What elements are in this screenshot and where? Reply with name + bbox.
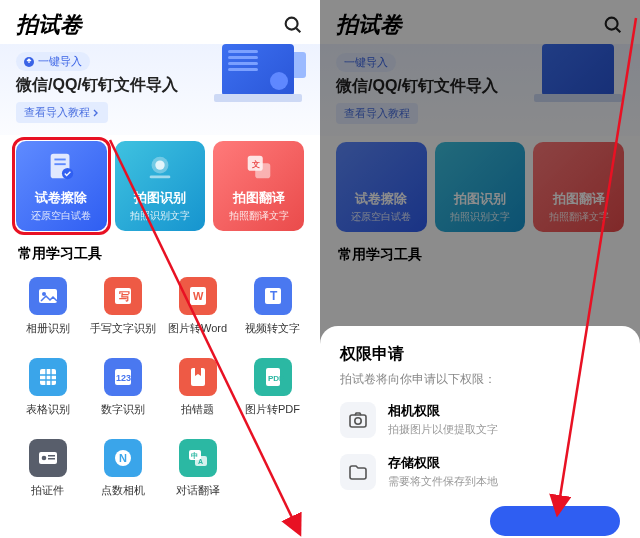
video-icon: T <box>262 285 284 307</box>
tool-count-camera[interactable]: N点数相机 <box>85 431 160 506</box>
svg-rect-39 <box>350 415 366 427</box>
svg-point-0 <box>286 18 298 30</box>
svg-text:PDF: PDF <box>268 374 284 383</box>
tools-grid: 相册识别 写手写文字识别 W图片转Word T视频转文字 表格识别 123数字识… <box>0 269 320 506</box>
table-icon <box>37 366 59 388</box>
perm-camera: 相机权限拍摄图片以便提取文字 <box>340 402 620 438</box>
card-ocr[interactable]: 拍图识别 拍照识别文字 <box>115 141 206 231</box>
svg-point-40 <box>355 418 361 424</box>
svg-text:W: W <box>193 290 204 302</box>
tool-to-word[interactable]: W图片转Word <box>160 269 235 344</box>
svg-point-8 <box>155 160 164 169</box>
count-icon: N <box>112 447 134 469</box>
svg-text:N: N <box>119 452 127 464</box>
svg-rect-5 <box>55 163 66 165</box>
word-icon: W <box>187 285 209 307</box>
confirm-button[interactable] <box>490 506 620 536</box>
svg-text:文: 文 <box>251 159 260 169</box>
svg-text:T: T <box>270 289 278 303</box>
tool-number[interactable]: 123数字识别 <box>85 350 160 425</box>
svg-rect-30 <box>48 458 55 460</box>
tool-handwriting[interactable]: 写手写文字识别 <box>85 269 160 344</box>
card-title: 试卷擦除 <box>35 189 87 207</box>
laptop-illustration <box>211 44 306 114</box>
search-icon[interactable] <box>282 14 304 36</box>
import-banner[interactable]: 一键导入 微信/QQ/钉钉文件导入 查看导入教程 <box>0 44 320 135</box>
translate-icon: 文 <box>242 151 276 183</box>
tool-dialogue-translate[interactable]: 中A对话翻译 <box>160 431 235 506</box>
svg-line-38 <box>616 28 620 32</box>
tool-to-pdf[interactable]: PDF图片转PDF <box>235 350 310 425</box>
bookmark-icon <box>187 366 209 388</box>
svg-rect-21 <box>40 369 56 385</box>
card-sub: 还原空白试卷 <box>31 209 91 223</box>
svg-line-1 <box>296 28 300 32</box>
card-title: 拍图识别 <box>134 189 186 207</box>
svg-point-28 <box>41 456 46 461</box>
header: 拍试卷 <box>0 0 320 44</box>
card-sub: 拍照翻译文字 <box>229 209 289 223</box>
tool-wrong-question[interactable]: 拍错题 <box>160 350 235 425</box>
sheet-subtitle: 拍试卷将向你申请以下权限： <box>340 371 620 388</box>
folder-icon <box>340 454 376 490</box>
number-icon: 123 <box>112 366 134 388</box>
svg-rect-4 <box>55 159 66 161</box>
tool-id-card[interactable]: 拍证件 <box>10 431 85 506</box>
section-heading: 常用学习工具 <box>0 231 320 269</box>
search-icon[interactable] <box>602 14 624 36</box>
svg-point-14 <box>42 292 46 296</box>
tool-album-ocr[interactable]: 相册识别 <box>10 269 85 344</box>
app-title: 拍试卷 <box>16 10 82 40</box>
chat-translate-icon: 中A <box>187 447 209 469</box>
screen-main: 拍试卷 一键导入 微信/QQ/钉钉文件导入 查看导入教程 试卷擦除 还原空白试卷… <box>0 0 320 538</box>
card-translate[interactable]: 文 拍图翻译 拍照翻译文字 <box>213 141 304 231</box>
card-sub: 拍照识别文字 <box>130 209 190 223</box>
tool-video-text[interactable]: T视频转文字 <box>235 269 310 344</box>
import-pill: 一键导入 <box>16 52 90 71</box>
camera-icon <box>340 402 376 438</box>
perm-storage: 存储权限需要将文件保存到本地 <box>340 454 620 490</box>
tutorial-link[interactable]: 查看导入教程 <box>16 102 108 123</box>
card-erase-exam[interactable]: 试卷擦除 还原空白试卷 <box>16 141 107 231</box>
scan-icon <box>143 151 177 183</box>
permission-sheet: 权限申请 拍试卷将向你申请以下权限： 相机权限拍摄图片以便提取文字 存储权限需要… <box>320 326 640 538</box>
svg-text:写: 写 <box>119 290 130 302</box>
screen-permission: 拍试卷 一键导入 微信/QQ/钉钉文件导入 查看导入教程 试卷擦除还原空白试卷 … <box>320 0 640 538</box>
pdf-icon: PDF <box>262 366 284 388</box>
doc-erase-icon <box>44 151 78 183</box>
svg-text:A: A <box>198 458 203 465</box>
idcard-icon <box>37 447 59 469</box>
tool-table[interactable]: 表格识别 <box>10 350 85 425</box>
sheet-title: 权限申请 <box>340 344 620 365</box>
card-title: 拍图翻译 <box>233 189 285 207</box>
handwriting-icon: 写 <box>112 285 134 307</box>
svg-rect-9 <box>150 175 171 178</box>
svg-rect-29 <box>48 455 55 457</box>
svg-text:中: 中 <box>191 452 198 459</box>
feature-cards: 试卷擦除 还原空白试卷 拍图识别 拍照识别文字 文 拍图翻译 拍照翻译文字 <box>0 141 320 231</box>
svg-text:123: 123 <box>116 373 131 383</box>
album-icon <box>37 285 59 307</box>
svg-point-37 <box>606 18 618 30</box>
